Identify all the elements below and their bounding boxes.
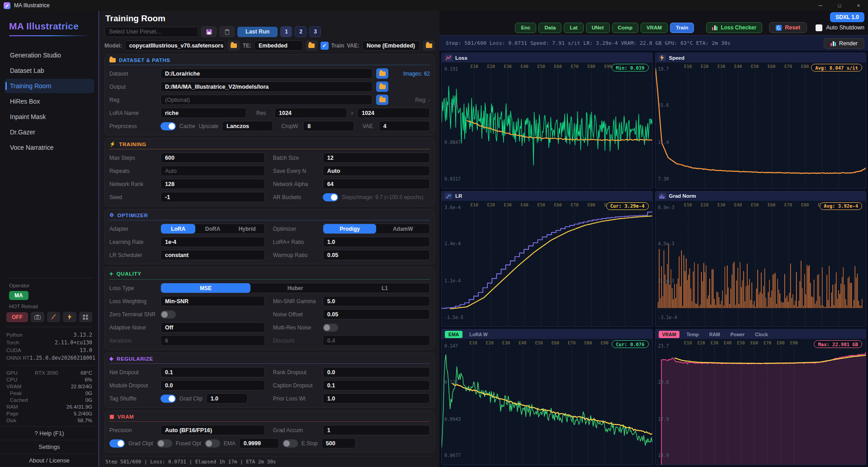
loss-type-segment-mse[interactable]: MSE	[161, 283, 250, 293]
chart-tab-lora-w[interactable]: LoRA W	[466, 331, 491, 338]
chart-tab-ema[interactable]: EMA	[445, 331, 462, 338]
sidebar-menu-settings[interactable]: Settings	[0, 440, 99, 453]
vae-batch-input[interactable]: 4	[379, 121, 430, 131]
stage-button-enc[interactable]: Enc	[515, 23, 536, 33]
trash-icon[interactable]	[219, 26, 235, 37]
res-height-input[interactable]: 1024	[357, 108, 430, 118]
train-vae-checkbox[interactable]: ✓	[321, 42, 329, 50]
preset-slot-2[interactable]: 2	[295, 26, 307, 37]
sidebar-item-dataset-lab[interactable]: Dataset Lab	[5, 63, 94, 78]
lora-name-input[interactable]: riche	[160, 108, 246, 118]
close-button[interactable]: ×	[849, 0, 868, 11]
preset-select[interactable]: Select User Preset...	[104, 27, 198, 37]
seed-input[interactable]: -1	[160, 192, 265, 202]
optimizer-segment-adamw[interactable]: AdamW	[376, 224, 429, 234]
zero-terminal-snr-toggle[interactable]	[160, 310, 176, 319]
repeats-input[interactable]: Auto	[160, 166, 265, 176]
reset-button[interactable]: Reset	[769, 22, 807, 33]
loss-type-segment-huber[interactable]: Huber	[250, 283, 340, 293]
chart-tab-clock[interactable]: Clock	[751, 331, 772, 338]
chart-tab-power[interactable]: Power	[727, 331, 749, 338]
precision-input[interactable]: Auto (BF16/FP16)	[160, 425, 265, 435]
te-folder-button[interactable]	[306, 40, 318, 51]
lightning-icon[interactable]	[63, 312, 76, 322]
fused-opt-toggle[interactable]	[157, 439, 172, 448]
grid-icon[interactable]	[79, 312, 93, 322]
cropw-input[interactable]: 8	[303, 121, 354, 131]
max-steps-input[interactable]: 600	[160, 152, 265, 163]
multi-res-noise-toggle[interactable]	[323, 324, 338, 332]
reg-path-input[interactable]: (Optional)	[160, 95, 373, 105]
adapter-segment-dora[interactable]: DoRA	[195, 224, 230, 234]
render-button[interactable]: Render	[824, 38, 864, 49]
prior-loss-wt-input[interactable]: 1.0	[323, 393, 430, 404]
maximize-button[interactable]: □	[830, 0, 849, 11]
preset-slot-1[interactable]: 1	[280, 26, 292, 37]
batch-size-input[interactable]: 12	[323, 152, 430, 163]
noise-offset-input[interactable]: 0.05	[323, 309, 430, 319]
loss-checker-button[interactable]: Loss Checker	[706, 22, 762, 33]
vae-folder-button[interactable]	[423, 40, 435, 51]
grad-clip-input[interactable]: 1.0	[206, 393, 248, 404]
broom-icon[interactable]	[47, 312, 61, 322]
loss-type-segment-l1[interactable]: L1	[340, 283, 429, 293]
minimize-button[interactable]: ─	[811, 0, 830, 11]
net-dropout-input[interactable]: 0.1	[160, 367, 265, 377]
adapter-segment-hybrid[interactable]: Hybrid	[230, 224, 264, 234]
estop-toggle[interactable]	[283, 439, 298, 448]
sidebar-item-dr-gazer[interactable]: Dr.Gazer	[5, 125, 94, 139]
chart-tab-ram[interactable]: RAM	[706, 331, 724, 338]
vae-input[interactable]: None (Embedded)	[362, 40, 420, 51]
sidebar-item-inpaint-mask[interactable]: Inpaint Mask	[5, 110, 94, 124]
reg-folder-button[interactable]	[376, 95, 388, 105]
chart-tab-vram[interactable]: VRAM	[659, 331, 680, 338]
sidebar-menu--help-f1-[interactable]: ? Help (F1)	[0, 426, 99, 440]
learning-rate-input[interactable]: 1e-4	[160, 237, 265, 247]
discount-input[interactable]: 0.4	[323, 335, 430, 346]
network-rank-input[interactable]: 128	[160, 179, 265, 189]
sidebar-menu-about-license[interactable]: About / License	[0, 453, 99, 467]
sidebar-item-hires-box[interactable]: HiRes Box	[5, 94, 94, 109]
dataset-path-input[interactable]: D:/Lora/riche	[160, 68, 373, 79]
stage-button-lat[interactable]: Lat	[564, 23, 583, 33]
ema-input[interactable]: 0.9999	[239, 438, 279, 448]
res-width-input[interactable]: 1024	[274, 108, 347, 118]
network-alpha-input[interactable]: 64	[323, 179, 430, 189]
stage-button-train[interactable]: Train	[670, 23, 694, 33]
auto-shutdown-checkbox[interactable]	[816, 24, 822, 31]
dataset-folder-button[interactable]	[376, 68, 388, 79]
lora-plus-ratio-input[interactable]: 1.0	[323, 237, 430, 247]
loss-weighting-input[interactable]: Min-SNR	[160, 296, 265, 306]
model-folder-button[interactable]	[228, 40, 240, 51]
sidebar-item-generation-studio[interactable]: Generation Studio	[5, 48, 94, 62]
iterations-input[interactable]: 6	[160, 335, 265, 346]
min-snr-gamma-input[interactable]: 5.0	[323, 296, 430, 306]
rank-dropout-input[interactable]: 0.0	[323, 367, 430, 377]
camera-icon[interactable]	[31, 312, 44, 322]
te-input[interactable]: Embedded	[254, 40, 303, 51]
stage-button-unet[interactable]: UNet	[586, 23, 610, 33]
ar-buckets-toggle[interactable]	[323, 193, 338, 201]
grad-accum-input[interactable]: 1	[323, 425, 430, 435]
adapter-segment-lora[interactable]: LoRA	[161, 224, 195, 234]
sidebar-item-voce-narratrice[interactable]: Voce Narratrice	[5, 140, 94, 155]
chart-tab-temp[interactable]: Temp	[683, 331, 702, 338]
output-path-input[interactable]: D:/MA/MA_Illustratrice_V2/models/lora	[160, 81, 373, 92]
grad-ckpt-toggle[interactable]	[109, 439, 125, 448]
save-every-input[interactable]: Auto	[323, 166, 430, 176]
cache-toggle[interactable]	[160, 122, 176, 130]
tag-shuffle-toggle[interactable]	[160, 395, 176, 403]
estop-input[interactable]: 500	[321, 438, 356, 448]
ema-toggle[interactable]	[205, 439, 220, 448]
lr-scheduler-input[interactable]: constant	[160, 250, 265, 260]
stage-button-vram[interactable]: VRAM	[641, 23, 668, 33]
output-folder-button[interactable]	[376, 81, 388, 92]
hot-reload-off-button[interactable]: OFF	[6, 312, 28, 322]
module-dropout-input[interactable]: 0.0	[160, 380, 265, 391]
sidebar-item-training-room[interactable]: Training Room	[5, 79, 94, 93]
preset-slot-3[interactable]: 3	[309, 26, 321, 37]
stage-button-data[interactable]: Data	[538, 23, 561, 33]
save-preset-button[interactable]	[201, 26, 217, 37]
model-input[interactable]: copycatIllustrious_v70.safetensors	[125, 40, 225, 51]
warmup-ratio-input[interactable]: 0.05	[323, 250, 430, 260]
